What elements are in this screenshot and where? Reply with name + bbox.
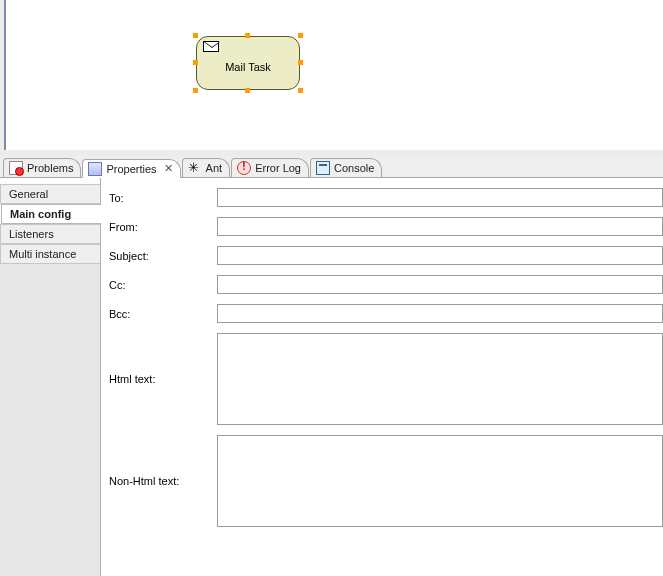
bcc-field[interactable] [217, 304, 663, 323]
sidetab-general[interactable]: General [0, 184, 100, 204]
tab-ant[interactable]: Ant [182, 158, 231, 177]
resize-handle[interactable] [298, 88, 303, 93]
tab-error-log[interactable]: Error Log [231, 158, 309, 177]
non-html-text-label: Non-Html text: [109, 475, 217, 487]
from-label: From: [109, 221, 217, 233]
tab-console[interactable]: Console [310, 158, 382, 177]
resize-handle[interactable] [245, 88, 250, 93]
cc-label: Cc: [109, 279, 217, 291]
properties-view: General Main config Listeners Multi inst… [0, 178, 663, 576]
views-tab-bar: Problems Properties ✕ Ant Error Log Cons… [0, 156, 663, 178]
subject-field[interactable] [217, 246, 663, 265]
cc-field[interactable] [217, 275, 663, 294]
sidetab-spacer [0, 264, 100, 576]
diagram-canvas[interactable]: Mail Task [4, 0, 663, 150]
properties-icon [88, 162, 102, 176]
main-config-form: To: From: Subject: Cc: Bcc: Html text: N… [101, 178, 663, 576]
console-icon [316, 161, 330, 175]
tab-properties[interactable]: Properties ✕ [82, 159, 180, 178]
mail-task-node[interactable]: Mail Task [196, 36, 300, 90]
resize-handle[interactable] [193, 60, 198, 65]
from-field[interactable] [217, 217, 663, 236]
tab-label: Problems [27, 162, 73, 174]
tab-problems[interactable]: Problems [3, 158, 81, 177]
html-text-label: Html text: [109, 373, 217, 385]
close-icon[interactable]: ✕ [164, 162, 173, 175]
problems-icon [9, 161, 23, 175]
to-field[interactable] [217, 188, 663, 207]
resize-handle[interactable] [193, 33, 198, 38]
sidetab-multi-instance[interactable]: Multi instance [0, 244, 100, 264]
resize-handle[interactable] [298, 60, 303, 65]
property-category-tabs: General Main config Listeners Multi inst… [0, 178, 101, 576]
bcc-label: Bcc: [109, 308, 217, 320]
subject-label: Subject: [109, 250, 217, 262]
error-log-icon [237, 161, 251, 175]
sidetab-listeners[interactable]: Listeners [0, 224, 100, 244]
tab-label: Ant [206, 162, 223, 174]
envelope-icon [203, 41, 219, 52]
html-text-field[interactable] [217, 333, 663, 425]
non-html-text-field[interactable] [217, 435, 663, 527]
to-label: To: [109, 192, 217, 204]
sidetab-main-config[interactable]: Main config [1, 204, 101, 224]
resize-handle[interactable] [193, 88, 198, 93]
tab-label: Properties [106, 163, 156, 175]
resize-handle[interactable] [298, 33, 303, 38]
task-label: Mail Task [225, 61, 271, 73]
ant-icon [188, 161, 202, 175]
resize-handle[interactable] [245, 33, 250, 38]
tab-label: Console [334, 162, 374, 174]
tab-label: Error Log [255, 162, 301, 174]
